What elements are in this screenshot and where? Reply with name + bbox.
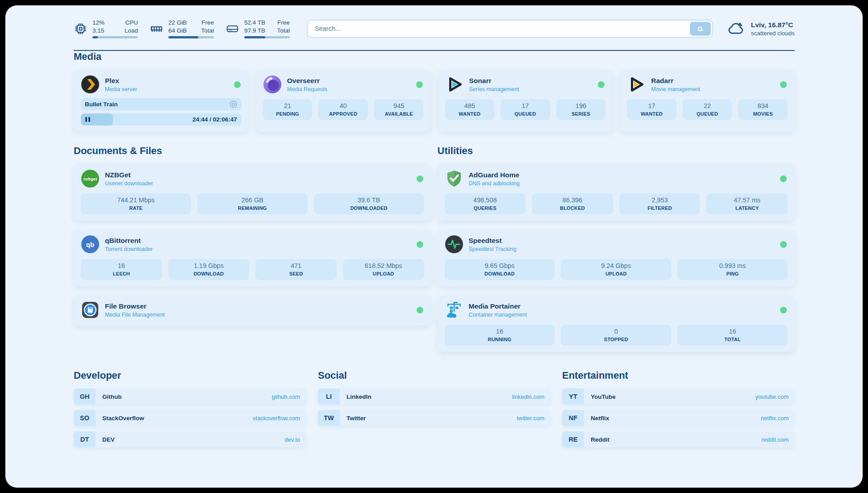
service-subtitle: Media Requests: [287, 86, 411, 92]
bookmark-items: LILinkedInlinkedin.comTWTwittertwitter.c…: [318, 389, 551, 426]
service-names: SpeedtestSpeedtest Tracking: [469, 237, 775, 252]
bookmark-item-dev[interactable]: DTDEVdev.to: [74, 431, 306, 447]
bookmark-item-github[interactable]: GHGithubgithub.com: [74, 389, 306, 405]
bookmark-label: Netflix: [591, 415, 761, 422]
portainer-logo: [445, 301, 463, 319]
bookmark-label: StackOverflow: [102, 415, 253, 422]
service-card-nzbget[interactable]: nzbgetNZBGetUsenet downloader744.21 Mbps…: [74, 164, 431, 221]
service-name: File Browser: [105, 302, 411, 310]
search-input[interactable]: [307, 20, 713, 38]
bookmark-group-entertainment: EntertainmentYTYouTubeyoutube.comNFNetfl…: [562, 370, 795, 447]
stat-value: 16: [83, 262, 159, 269]
bookmark-label: Reddit: [591, 436, 761, 443]
stat-value: 9.65 Gbps: [447, 262, 552, 269]
service-card-qbittorrent[interactable]: qbqBittorrentTorrent downloader16LEECH1.…: [74, 230, 431, 286]
stat-box-seed: 471SEED: [255, 259, 337, 280]
service-card-speedtest[interactable]: SpeedtestSpeedtest Tracking9.65 GbpsDOWN…: [438, 230, 795, 286]
bookmark-group-title: Social: [318, 370, 551, 381]
stat-label: MOVIES: [741, 111, 785, 117]
service-card-file-browser[interactable]: File BrowserMedia File Management: [74, 295, 431, 326]
bookmark-url: youtube.com: [755, 393, 789, 400]
service-names: PlexMedia server: [105, 77, 229, 92]
service-card-header: SonarrSeries management: [445, 75, 606, 94]
system-stat-row: 52.4 TBFree: [244, 19, 290, 27]
stat-value: 52.4 TB: [244, 19, 265, 27]
bookmark-abbreviation: GH: [74, 389, 96, 405]
bookmark-item-netflix[interactable]: NFNetflixnetflix.com: [562, 410, 795, 426]
service-stats: 9.65 GbpsDOWNLOAD9.24 GbpsUPLOAD0.993 ms…: [445, 259, 788, 280]
stat-label: AVAILABLE: [377, 111, 421, 117]
bookmark-abbreviation: YT: [562, 389, 584, 405]
bookmark-url: stackoverflow.com: [253, 415, 300, 422]
documents-section: Documents & Files nzbgetNZBGetUsenet dow…: [74, 145, 431, 326]
stat-value: 16: [447, 328, 552, 335]
bookmark-item-linkedin[interactable]: LILinkedInlinkedin.com: [318, 389, 551, 405]
stat-label: Total: [201, 27, 214, 35]
stat-box-leech: 16LEECH: [81, 259, 162, 280]
stat-label: PING: [680, 271, 785, 276]
system-stat: 52.4 TBFree97.9 TBTotal: [225, 19, 290, 38]
bookmark-item-stackoverflow[interactable]: SOStackOverflowstackoverflow.com: [74, 410, 306, 426]
stat-label: UPLOAD: [346, 271, 421, 276]
stat-box-wanted: 17WANTED: [627, 99, 676, 120]
stat-value: 196: [559, 102, 603, 109]
bookmark-url: reddit.com: [761, 436, 789, 443]
bookmark-url: dev.to: [285, 436, 300, 443]
stat-progress-fill: [168, 36, 198, 38]
service-card-header: File BrowserMedia File Management: [81, 301, 424, 319]
service-stats: 744.21 MbpsRATE266 GBREMAINING39.6 TBDOW…: [81, 193, 424, 214]
disk-icon: [225, 22, 239, 36]
service-stats: 21PENDING40APPROVED945AVAILABLE: [263, 99, 424, 120]
cloud-icon: [726, 21, 745, 36]
service-name: NZBGet: [105, 171, 411, 179]
service-stats: 485WANTED17QUEUED196SERIES: [445, 99, 606, 120]
service-card-radarr[interactable]: RadarrMovie management17WANTED22QUEUED83…: [620, 70, 795, 132]
stat-box-upload: 9.24 GbpsUPLOAD: [561, 259, 671, 280]
stat-label: QUEUED: [503, 111, 547, 117]
status-indicator: [780, 175, 787, 182]
stat-label: SEED: [258, 271, 334, 276]
status-indicator: [416, 81, 423, 88]
stat-box-wanted: 485WANTED: [445, 99, 495, 120]
stat-label: RATE: [83, 205, 188, 211]
service-card-plex[interactable]: PlexMedia serverBullet Train24:44 / 02:0…: [74, 70, 249, 132]
bookmark-group-developer: DeveloperGHGithubgithub.comSOStackOverfl…: [74, 370, 306, 447]
bookmark-abbreviation: SO: [74, 410, 96, 426]
system-stats: 12%CPU3.15Load22 GiBFree64 GiBTotal52.4 …: [74, 19, 301, 38]
service-card-overseerr[interactable]: OverseerrMedia Requests21PENDING40APPROV…: [256, 70, 431, 132]
service-subtitle: Movie management: [651, 86, 775, 92]
overseerr-logo: [263, 75, 282, 94]
stat-value: 1.19 Gbps: [171, 262, 247, 269]
service-card-sonarr[interactable]: SonarrSeries management485WANTED17QUEUED…: [438, 70, 613, 132]
nzbget-logo: nzbget: [81, 169, 100, 188]
playback-time: 24:44 / 02:06:47: [192, 113, 237, 125]
service-names: qBittorrentTorrent downloader: [105, 237, 411, 252]
media-control-icon[interactable]: [229, 100, 238, 109]
ram-icon: [150, 22, 163, 36]
stat-value: 3.15: [92, 27, 104, 35]
system-stat-values: 52.4 TBFree97.9 TBTotal: [244, 19, 290, 38]
service-card-adguard-home[interactable]: AdGuard HomeDNS and adblocking498,508QUE…: [438, 164, 795, 221]
radarr-logo: [627, 75, 646, 94]
section-title-documents: Documents & Files: [74, 145, 431, 157]
stat-value: 2,953: [622, 196, 698, 204]
bookmark-label: Twitter: [346, 415, 517, 422]
stat-box-movies: 834MOVIES: [738, 99, 788, 120]
adguard-logo: [445, 169, 463, 188]
service-name: Plex: [105, 77, 229, 85]
bookmark-item-twitter[interactable]: TWTwittertwitter.com: [318, 410, 551, 426]
stat-value: 86,396: [534, 196, 610, 204]
status-indicator: [417, 175, 423, 182]
status-indicator: [417, 241, 423, 248]
weather-widget: Lviv, 16.87°C scattered clouds: [726, 21, 795, 37]
filebrowser-logo: [81, 301, 100, 319]
bookmark-item-reddit[interactable]: RERedditreddit.com: [562, 431, 795, 447]
bookmark-label: LinkedIn: [346, 393, 512, 400]
weather-condition: scattered clouds: [751, 30, 795, 37]
bookmark-item-youtube[interactable]: YTYouTubeyoutube.com: [562, 389, 795, 405]
media-section: PlexMedia serverBullet Train24:44 / 02:0…: [74, 70, 795, 132]
stat-value: 40: [321, 102, 365, 109]
service-subtitle: DNS and adblocking: [469, 180, 775, 187]
search-provider-button[interactable]: G: [690, 22, 711, 36]
service-card-media-portainer[interactable]: Media PortainerContainer management16RUN…: [438, 295, 795, 352]
